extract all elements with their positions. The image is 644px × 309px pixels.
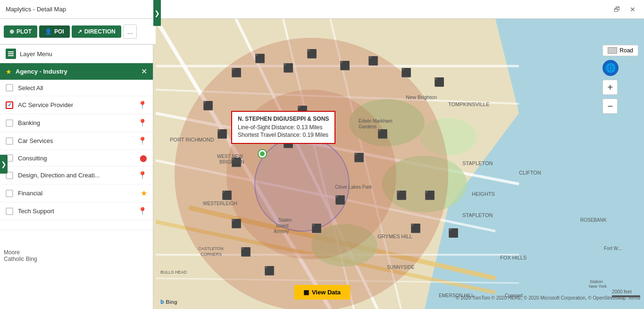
filter-item-left: Financial <box>6 190 42 197</box>
svg-text:⬛: ⬛ <box>264 266 275 276</box>
ac-service-checkbox[interactable] <box>6 101 13 109</box>
sidebar-expand-right[interactable]: ❯ <box>153 0 161 26</box>
financial-checkbox[interactable] <box>6 190 13 197</box>
svg-text:WESTERLEIGH: WESTERLEIGH <box>203 201 237 206</box>
banking-label: Banking <box>18 119 40 126</box>
table-icon: ▦ <box>303 289 309 296</box>
direction-icon: ↗ <box>77 28 82 35</box>
filter-item-tech-support: Tech Support 📍 <box>0 202 153 220</box>
tech-support-label: Tech Support <box>18 208 54 215</box>
filter-item-left: Car Services <box>6 137 53 145</box>
svg-text:New York: New York <box>589 284 607 289</box>
svg-text:Gardens: Gardens <box>359 124 376 129</box>
svg-text:⬛: ⬛ <box>354 152 365 163</box>
globe-icon: 🌐 <box>605 63 616 73</box>
svg-text:⬛: ⬛ <box>283 63 294 73</box>
expand-right-icon: ❯ <box>154 9 160 17</box>
svg-text:TOMPKINSVILLE: TOMPKINSVILLE <box>448 101 489 107</box>
poi-icon: 👤 <box>45 28 52 35</box>
svg-text:CLIFTON: CLIFTON <box>519 170 541 175</box>
tooltip-line1: Line-of-Sight Distance: 0.13 Miles <box>238 124 329 131</box>
sidebar-panel: Layer Menu ★ Agency - Industry ✕ Select … <box>0 45 153 309</box>
title-bar: Maplytics - Detail Map 🗗 ✕ <box>0 0 644 19</box>
view-data-label: View Data <box>312 289 341 296</box>
zoom-out-button[interactable]: − <box>602 99 618 114</box>
filter-item-ac-service: AC Service Provider 📍 <box>0 96 153 114</box>
minimize-button[interactable]: 🗗 <box>611 5 623 14</box>
svg-text:⬛: ⬛ <box>311 223 322 234</box>
plot-label: PLOT <box>17 28 32 35</box>
view-data-button[interactable]: ▦ View Data <box>294 285 350 300</box>
svg-text:CASTLETON: CASTLETON <box>198 246 224 251</box>
filter-item-financial: Financial ★ <box>0 184 153 202</box>
svg-text:New Brighton: New Brighton <box>406 94 437 100</box>
more-button[interactable]: ... <box>123 25 137 39</box>
banking-pin-icon: 📍 <box>138 118 147 127</box>
svg-text:⬛: ⬛ <box>340 60 351 71</box>
svg-text:⬛: ⬛ <box>241 247 251 257</box>
svg-rect-1 <box>8 53 14 54</box>
consulting-label: Consulting <box>18 155 47 162</box>
svg-text:⬛: ⬛ <box>307 49 318 59</box>
svg-text:Armory: Armory <box>274 229 289 234</box>
expand-left-icon: ❯ <box>1 160 7 168</box>
filter-title: Agency - Industry <box>16 68 67 75</box>
svg-text:⬛: ⬛ <box>377 129 388 139</box>
layer-menu-icon <box>6 49 16 59</box>
svg-text:CORNERS: CORNERS <box>201 252 222 257</box>
direction-label: DIRECTION <box>84 28 116 35</box>
svg-text:⬛: ⬛ <box>231 67 242 78</box>
road-view-button[interactable]: Road <box>602 45 638 56</box>
svg-text:⬛: ⬛ <box>396 190 407 200</box>
design-pin-icon: 📍 <box>138 171 147 180</box>
zoom-in-button[interactable]: + <box>602 80 618 95</box>
filter-header-left: ★ Agency - Industry <box>6 68 67 75</box>
svg-text:⬛: ⬛ <box>434 77 445 87</box>
direction-button[interactable]: ↗ DIRECTION <box>72 25 121 38</box>
select-all-label: Select All <box>18 84 43 92</box>
close-button[interactable]: ✕ <box>627 5 638 14</box>
road-view-label: Road <box>619 47 633 54</box>
svg-text:⬛: ⬛ <box>401 67 412 78</box>
tooltip-popup: N. STEPHEN DIGIUSEPPI & SONS Line-of-Sig… <box>231 111 335 144</box>
tooltip-line2: Shortest Travel Distance: 0.19 Miles <box>238 132 329 138</box>
svg-text:⬛: ⬛ <box>203 100 214 111</box>
poi-button[interactable]: 👤 POI <box>39 25 70 38</box>
svg-text:⬛: ⬛ <box>231 218 242 229</box>
tooltip-line1-value: 0.13 Miles <box>297 124 323 131</box>
svg-rect-0 <box>8 51 14 52</box>
map-expand-left[interactable]: ❯ <box>0 155 8 174</box>
svg-text:⬛: ⬛ <box>368 56 379 66</box>
filter-item-left: Tech Support <box>6 208 54 215</box>
svg-text:Clove Lakes Park: Clove Lakes Park <box>335 184 372 190</box>
car-services-checkbox[interactable] <box>6 137 13 145</box>
tech-support-pin-icon: 📍 <box>138 207 147 216</box>
plot-button[interactable]: ⊕ PLOT <box>4 25 37 38</box>
svg-text:SUNNYSIDE: SUNNYSIDE <box>387 265 415 270</box>
window-title: Maplytics - Detail Map <box>6 6 611 13</box>
financial-pin-icon: ★ <box>141 189 147 198</box>
layer-menu-label: Layer Menu <box>20 50 52 58</box>
svg-text:Station: Station <box>590 279 603 284</box>
svg-text:BRIGHTON: BRIGHTON <box>219 159 244 165</box>
svg-text:HEIGHTS: HEIGHTS <box>472 191 495 197</box>
select-all-checkbox[interactable] <box>6 84 13 92</box>
filter-header: ★ Agency - Industry ✕ <box>0 63 153 80</box>
tech-support-checkbox[interactable] <box>6 208 13 215</box>
svg-text:Staten: Staten <box>278 217 292 223</box>
svg-text:Island: Island <box>276 223 289 228</box>
svg-text:⬛: ⬛ <box>217 129 228 139</box>
banking-checkbox[interactable] <box>6 119 13 127</box>
globe-button[interactable]: 🌐 <box>602 60 619 76</box>
tooltip-title: N. STEPHEN DIGIUSEPPI & SONS <box>238 116 329 122</box>
bing-logo-text: Bing <box>166 299 177 305</box>
moore-catholic-label: MooreCatholic Bing <box>4 249 37 262</box>
filter-close-button[interactable]: ✕ <box>141 67 147 76</box>
filter-item-consulting: Consulting ⬤ <box>0 150 153 167</box>
filter-item-left: Banking <box>6 119 40 127</box>
layer-menu-header: Layer Menu <box>0 45 153 63</box>
financial-label: Financial <box>18 190 42 197</box>
svg-text:PORT RICHMOND: PORT RICHMOND <box>170 137 214 142</box>
svg-text:⬛: ⬛ <box>410 223 421 234</box>
poi-label: POI <box>54 28 64 35</box>
